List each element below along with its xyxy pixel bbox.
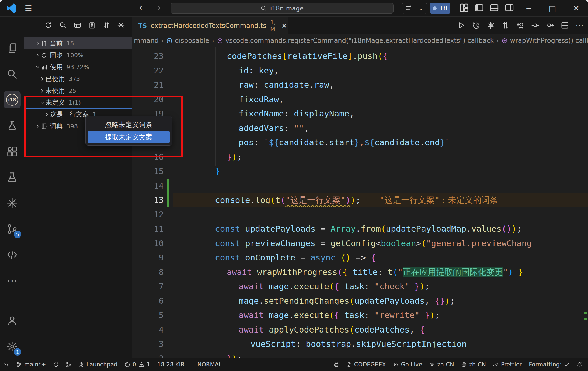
customize-layout-icon[interactable] bbox=[460, 3, 469, 12]
code-line[interactable]: 6mage.setPendingChanges(updatePayloads, … bbox=[132, 294, 588, 308]
editor-action-goto-next-ref[interactable] bbox=[546, 21, 554, 29]
statusbar-remote-indicator[interactable] bbox=[0, 358, 13, 371]
code-line[interactable]: 12 bbox=[132, 207, 588, 222]
tab-extractHardcodedTextsCommand[interactable]: TS extractHardcodedTextsCommand.ts 1, M … bbox=[132, 17, 288, 34]
warning-icon bbox=[139, 362, 144, 368]
statusbar-sync-status[interactable] bbox=[50, 358, 62, 371]
editor-action-chatgpt-action[interactable] bbox=[487, 21, 495, 29]
maximize-button[interactable]: □ bbox=[541, 0, 564, 17]
tab-close-icon[interactable]: ✕ bbox=[281, 22, 287, 30]
activity-item-snippets[interactable] bbox=[4, 246, 21, 263]
chat-dropdown-chevron-icon[interactable]: ⌄ bbox=[415, 3, 427, 14]
code-line[interactable]: 4await applyCodePatches(codePatches, { bbox=[132, 323, 588, 337]
statusbar-vim-mode[interactable]: -- NORMAL -- bbox=[188, 358, 231, 371]
sidebar-action-refresh[interactable] bbox=[45, 21, 52, 29]
statusbar-launchpad[interactable]: Launchpad bbox=[75, 358, 121, 371]
activity-item-chatgpt[interactable] bbox=[4, 195, 21, 212]
sidebar-action-analyze[interactable] bbox=[117, 21, 125, 29]
toggle-panel-icon[interactable] bbox=[490, 3, 499, 12]
chat-usage-badge[interactable]: 18 bbox=[430, 3, 450, 14]
toggle-sidebar-icon[interactable] bbox=[475, 3, 484, 12]
line-number: 16 bbox=[132, 150, 164, 164]
activity-item-more-views[interactable]: ⋯ bbox=[4, 272, 21, 289]
statusbar-codegeex[interactable]: CODEGEEX bbox=[343, 358, 389, 371]
activity-item-source-control-graph[interactable]: 5 bbox=[4, 220, 21, 238]
code-line[interactable]: 23codePatches[relativeFile].push({ bbox=[132, 49, 588, 63]
statusbar-copilot-robot[interactable] bbox=[330, 358, 343, 371]
minimize-button[interactable]: ─ bbox=[517, 0, 541, 17]
menu-icon[interactable]: ☰ bbox=[25, 4, 32, 13]
breadcrumb-item[interactable]: disposable bbox=[175, 37, 209, 44]
menu-item-忽略未定义词条[interactable]: 忽略未定义词条 bbox=[88, 118, 170, 131]
chat-button-group[interactable]: ⌄ bbox=[402, 3, 427, 14]
code-line[interactable]: 5await mage.execute({ task: "rewrite" })… bbox=[132, 308, 588, 323]
code-line[interactable]: 9const onComplete = async () => { bbox=[132, 250, 588, 265]
statusbar-spell-lang[interactable]: zh-CN bbox=[426, 358, 457, 371]
breadcrumb-item[interactable]: mmand bbox=[134, 37, 159, 44]
tree-item-已使用[interactable]: 已使用373 bbox=[24, 73, 132, 85]
nav-forward-icon[interactable]: → bbox=[153, 2, 161, 13]
activity-item-i18n-mage[interactable]: i18 bbox=[4, 91, 21, 108]
code-editor[interactable]: 23codePatches[relativeFile].push({22id: … bbox=[132, 47, 588, 358]
code-line[interactable]: 8await wrapWithProgress({ title: t("正在应用… bbox=[132, 265, 588, 280]
editor-action-local-history[interactable] bbox=[472, 21, 480, 29]
activity-item-extensions[interactable] bbox=[4, 143, 21, 160]
code-line[interactable]: 11const updatePayloads = Array.from(upda… bbox=[132, 222, 588, 236]
statusbar-go-live[interactable]: Go Live bbox=[389, 358, 426, 371]
chat-icon[interactable] bbox=[402, 3, 415, 14]
sidebar-action-report[interactable] bbox=[88, 21, 96, 29]
tree-item-未定义[interactable]: 未定义1(1) bbox=[24, 97, 132, 108]
tree-item-使用[interactable]: 使用93.72% bbox=[24, 61, 132, 73]
close-button[interactable]: ✕ bbox=[564, 0, 588, 17]
code-line[interactable]: 2}); bbox=[132, 351, 588, 358]
editor-action-more-editor-actions[interactable]: ⋯ bbox=[576, 21, 584, 30]
statusbar-file-size[interactable]: 18.28 KiB bbox=[154, 358, 188, 371]
statusbar-problems[interactable]: 01 bbox=[121, 358, 154, 371]
sidebar-action-sort[interactable] bbox=[103, 21, 110, 29]
breadcrumb[interactable]: mmand›disposable›vscode.commands.registe… bbox=[134, 34, 588, 47]
code-line[interactable]: 22id: key, bbox=[132, 63, 588, 78]
tree-item-未使用[interactable]: 未使用25 bbox=[24, 85, 132, 97]
editor-action-symbol-ref[interactable] bbox=[531, 21, 539, 29]
toggle-secondary-sidebar-icon[interactable] bbox=[505, 3, 514, 12]
sidebar-action-search-entries[interactable] bbox=[59, 21, 67, 29]
code-line[interactable]: 16}); bbox=[132, 150, 588, 164]
tree-item-count: 93.72% bbox=[67, 64, 89, 70]
sidebar-action-export-table[interactable] bbox=[74, 21, 81, 29]
statusbar-git-graph[interactable] bbox=[62, 358, 75, 371]
nav-back-icon[interactable]: ← bbox=[139, 2, 147, 13]
tree-item-当前[interactable]: 当前15 bbox=[24, 37, 132, 49]
breadcrumb-item[interactable]: vscode.commands.registerCommand("i18nMag… bbox=[225, 37, 494, 44]
statusbar-formatting[interactable]: Formatting: bbox=[525, 358, 573, 371]
activity-item-testing[interactable] bbox=[4, 169, 21, 186]
code-line[interactable]: 7await mage.execute({ task: "check" }); bbox=[132, 279, 588, 294]
statusbar-display-lang[interactable]: zh-CN bbox=[458, 358, 489, 371]
statusbar-git-branch[interactable]: main*+ bbox=[13, 358, 50, 371]
code-line[interactable]: 19fixedName: displayName, bbox=[132, 107, 588, 121]
tree-item-同步[interactable]: 同步100% bbox=[24, 49, 132, 61]
code-line[interactable]: 21raw: candidate.raw, bbox=[132, 78, 588, 92]
cube-icon bbox=[217, 38, 223, 44]
code-line[interactable]: 20fixedRaw, bbox=[132, 92, 588, 107]
menu-item-提取未定义文案[interactable]: 提取未定义文案 bbox=[88, 131, 170, 143]
code-line[interactable]: 17pos: `${candidate.start},${candidate.e… bbox=[132, 135, 588, 150]
code-line[interactable]: 3vueScript: bootstrap.skipVueScriptInjec… bbox=[132, 337, 588, 351]
code-line[interactable]: 13console.log(t("这是一行文案"));"这是一行文案"：未定义的… bbox=[132, 193, 588, 207]
activity-item-debug-flask[interactable] bbox=[4, 117, 21, 134]
editor-action-split-editor[interactable] bbox=[561, 21, 569, 29]
activity-item-search[interactable] bbox=[4, 65, 21, 83]
code-line[interactable]: 18addedVars: "", bbox=[132, 121, 588, 136]
code-line[interactable]: 10const previewChanges = getConfig<boole… bbox=[132, 236, 588, 251]
editor-action-goto-prev-ref[interactable] bbox=[516, 21, 524, 29]
command-center-search[interactable]: i18n-mage bbox=[171, 3, 394, 14]
activity-item-settings[interactable]: 1 bbox=[4, 338, 21, 355]
editor-action-compare-changes[interactable] bbox=[502, 21, 510, 29]
statusbar-prettier[interactable]: Prettier bbox=[489, 358, 525, 371]
activity-item-explorer[interactable] bbox=[4, 40, 21, 57]
code-line[interactable]: 15} bbox=[132, 164, 588, 179]
editor-action-run[interactable] bbox=[457, 21, 465, 29]
statusbar-notifications[interactable] bbox=[573, 358, 586, 371]
code-line[interactable]: 14 bbox=[132, 179, 588, 193]
breadcrumb-item[interactable]: wrapWithProgress() callback bbox=[510, 37, 588, 44]
activity-item-accounts[interactable] bbox=[4, 312, 21, 329]
